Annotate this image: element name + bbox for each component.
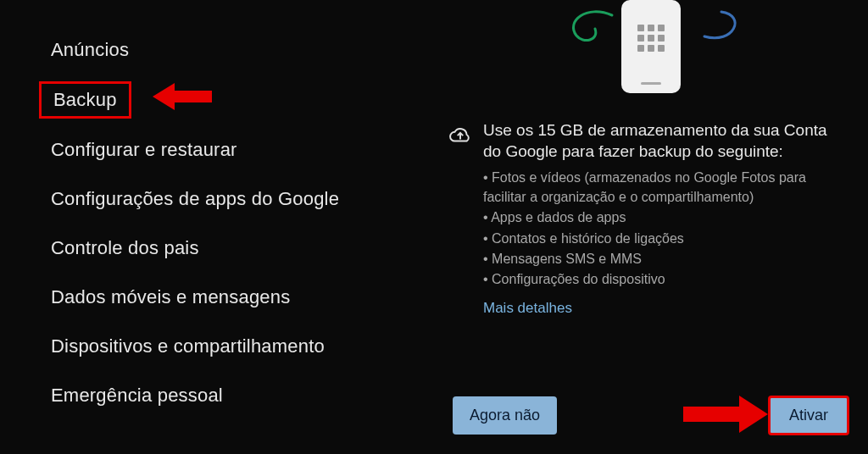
cloud-swirl-left-icon [561, 8, 620, 51]
backup-heading: Use os 15 GB de armazenamento da sua Con… [483, 120, 844, 162]
list-item: • Contatos e histórico de ligações [483, 230, 844, 248]
annotation-arrow-right-icon [683, 392, 768, 436]
more-details-link[interactable]: Mais detalhes [483, 300, 844, 317]
menu-item-emergencia[interactable]: Emergência pessoal [51, 371, 434, 420]
annotation-arrow-left-icon [153, 80, 212, 114]
menu-item-config-apps-google[interactable]: Configurações de apps do Google [51, 174, 434, 224]
backup-prompt-panel: Use os 15 GB de armazenamento da sua Con… [434, 0, 868, 454]
backup-info-section: Use os 15 GB de armazenamento da sua Con… [434, 110, 868, 380]
backup-item-list: • Fotos e vídeos (armazenados no Google … [483, 169, 844, 289]
list-item: • Apps e dados de apps [483, 208, 844, 227]
skip-button[interactable]: Agora não [453, 396, 557, 435]
menu-item-configurar-restaurar[interactable]: Configurar e restaurar [51, 125, 434, 174]
phone-icon [621, 0, 681, 93]
enable-button[interactable]: Ativar [768, 396, 849, 435]
button-bar: Agora não Ativar [434, 380, 868, 454]
menu-item-dados-moveis[interactable]: Dados móveis e mensagens [51, 273, 434, 322]
list-item: • Mensagens SMS e MMS [483, 250, 844, 269]
menu-item-backup[interactable]: Backup [39, 81, 131, 119]
list-item: • Fotos e vídeos (armazenados no Google … [483, 169, 844, 207]
menu-item-dispositivos[interactable]: Dispositivos e compartilhamento [51, 322, 434, 371]
menu-item-controle-pais[interactable]: Controle dos pais [51, 224, 434, 273]
backup-illustration [434, 0, 868, 110]
cloud-swirl-right-icon [700, 7, 743, 45]
list-item: • Configurações do dispositivo [483, 270, 844, 289]
svg-marker-0 [153, 83, 212, 110]
settings-menu-panel: Anúncios Backup Configurar e restaurar C… [0, 0, 434, 454]
menu-item-anuncios[interactable]: Anúncios [51, 25, 434, 75]
cloud-upload-icon [449, 124, 471, 146]
svg-marker-1 [683, 396, 768, 433]
